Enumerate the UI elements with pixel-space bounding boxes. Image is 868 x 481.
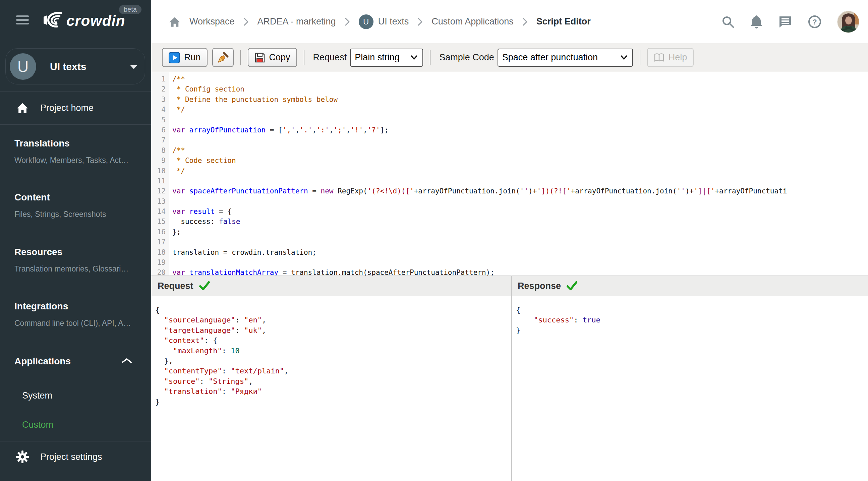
svg-text:?: ?	[812, 18, 817, 26]
project-name: UI texts	[50, 49, 86, 85]
chevron-right-icon	[417, 18, 423, 26]
sidebar-item-custom[interactable]: Custom	[22, 420, 53, 430]
line-number: 3	[151, 95, 166, 104]
response-panel[interactable]: { "success": true}	[512, 296, 868, 481]
sidebar-section-resources[interactable]: Resources Translation memories, Glossari…	[14, 247, 142, 274]
request-type-select[interactable]: Plain string	[350, 49, 423, 67]
format-button[interactable]	[212, 48, 234, 67]
help-icon[interactable]: ?	[808, 15, 822, 29]
sidebar-item-system[interactable]: System	[22, 390, 52, 401]
code-lines: /** * Config section * Define the punctu…	[172, 74, 868, 276]
project-avatar: U	[359, 14, 373, 29]
toolbar-separator	[430, 50, 431, 65]
panel-headers: Request Response	[151, 276, 868, 296]
breadcrumb-project[interactable]: U UI texts	[359, 14, 409, 29]
line-number: 9	[151, 156, 166, 166]
code-line: success: false	[172, 217, 868, 227]
sidebar-item-project-home[interactable]: Project home	[0, 99, 151, 117]
line-number: 7	[151, 135, 166, 145]
floppy-icon	[254, 52, 265, 63]
section-subtitle: Workflow, Members, Tasks, Act…	[14, 156, 142, 165]
sample-code-select[interactable]: Space after punctuation	[498, 49, 633, 67]
copy-button[interactable]: Copy	[248, 48, 297, 67]
breadcrumb-project-group[interactable]: ARDEA - marketing	[257, 17, 336, 27]
hamburger-menu-icon[interactable]	[16, 15, 29, 25]
toolbar-separator	[304, 50, 304, 65]
topbar-icons: ?	[721, 0, 859, 43]
search-icon[interactable]	[721, 15, 735, 29]
play-icon	[168, 52, 180, 63]
code-line: },	[155, 356, 511, 366]
code-line: "translation": "Рядки"	[155, 386, 511, 396]
sidebar-section-translations[interactable]: Translations Workflow, Members, Tasks, A…	[14, 138, 142, 165]
sample-code-label: Sample Code	[439, 52, 494, 63]
response-panel-header: Response	[511, 276, 578, 296]
sidebar: crowdin beta U UI texts Project home Tra…	[0, 0, 151, 481]
chevron-right-icon	[345, 18, 350, 26]
breadcrumb-project-label: UI texts	[378, 17, 409, 27]
request-panel-title: Request	[158, 281, 193, 291]
divider	[0, 91, 151, 92]
line-number: 18	[151, 247, 166, 257]
code-line: */	[172, 104, 868, 115]
breadcrumb: Workspace ARDEA - marketing U UI texts C…	[168, 0, 591, 43]
crowdin-script-editor: crowdin beta U UI texts Project home Tra…	[0, 0, 868, 481]
home-icon[interactable]	[168, 16, 181, 28]
section-title: Content	[14, 192, 142, 203]
line-number: 6	[151, 125, 166, 135]
code-line: "contentType": "text/plain",	[155, 366, 511, 376]
code-line: var arrayOfPunctuation = [',','.',':',';…	[172, 125, 868, 135]
request-panel[interactable]: { "sourceLanguage": "en", "targetLanguag…	[151, 296, 511, 481]
home-icon	[16, 102, 30, 114]
chevron-down-icon	[130, 65, 137, 69]
sidebar-section-content[interactable]: Content Files, Strings, Screenshots	[14, 192, 142, 219]
sidebar-item-project-settings[interactable]: Project settings	[0, 448, 151, 466]
gear-icon	[16, 450, 30, 463]
success-check-icon	[199, 281, 210, 291]
code-line: var result = {	[172, 206, 868, 217]
breadcrumb-custom-applications[interactable]: Custom Applications	[432, 17, 514, 27]
response-panel-title: Response	[518, 281, 561, 291]
sidebar-section-applications[interactable]: Applications	[14, 356, 142, 367]
section-subtitle: Translation memories, Glossari…	[14, 264, 142, 274]
code-line	[172, 257, 868, 267]
code-line: "source": "Strings",	[155, 377, 511, 386]
code-editor[interactable]: 123456789101112131415161718192021 /** * …	[151, 72, 868, 276]
sidebar-item-label: Project settings	[40, 452, 102, 462]
line-number: 8	[151, 146, 166, 156]
line-number: 16	[151, 227, 166, 237]
section-title: Integrations	[14, 301, 142, 312]
line-number: 11	[151, 176, 166, 186]
crowdin-logo-icon	[40, 11, 64, 30]
code-line: /**	[172, 146, 868, 156]
toolbar-separator	[640, 50, 640, 65]
code-line: "targetLanguage": "uk",	[155, 325, 511, 335]
topbar: Workspace ARDEA - marketing U UI texts C…	[151, 0, 868, 43]
breadcrumb-workspace[interactable]: Workspace	[189, 17, 235, 27]
code-line	[172, 196, 868, 206]
sidebar-section-integrations[interactable]: Integrations Command line tool (CLI), AP…	[14, 301, 142, 328]
editor-toolbar: Run Copy Request	[151, 43, 868, 72]
main-area: Workspace ARDEA - marketing U UI texts C…	[151, 0, 868, 481]
crowdin-logo[interactable]: crowdin	[40, 11, 125, 30]
line-number: 10	[151, 166, 166, 176]
bell-icon[interactable]	[750, 15, 763, 29]
help-button[interactable]: Help	[647, 48, 694, 67]
line-number: 1	[151, 74, 166, 84]
code-line: */	[172, 166, 868, 176]
code-line: }	[155, 397, 511, 407]
chevron-down-icon	[620, 55, 628, 60]
chat-icon[interactable]	[778, 15, 792, 29]
section-subtitle: Command line tool (CLI), API, A…	[14, 319, 142, 328]
code-line: /**	[172, 74, 868, 84]
line-number: 2	[151, 84, 166, 94]
run-button[interactable]: Run	[162, 48, 208, 67]
code-line: "success": true	[516, 315, 868, 325]
divider	[0, 124, 151, 125]
line-number: 19	[151, 257, 166, 267]
line-number: 14	[151, 206, 166, 217]
request-type-label: Request	[313, 52, 347, 63]
project-selector[interactable]: U UI texts	[5, 48, 145, 85]
success-check-icon	[566, 281, 578, 291]
user-avatar[interactable]	[837, 11, 859, 33]
